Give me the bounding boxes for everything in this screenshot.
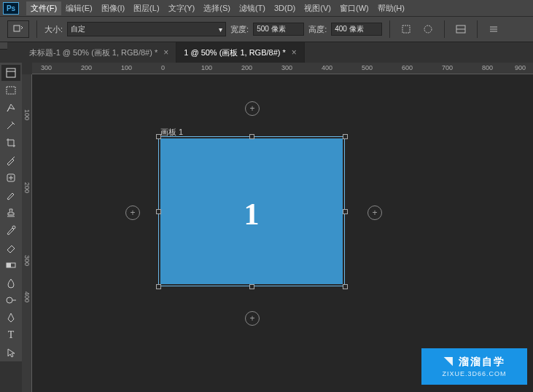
tab-doc-0[interactable]: 未标题-1 @ 50% (画板 1, RGB/8#) * × [22,42,176,63]
canvas[interactable]: 画板 1 1 + + + + [32,74,533,392]
ruler-tick: 400 [23,291,31,302]
width-label: 宽度: [230,24,249,35]
tab-label: 1 @ 50% (画板 1, RGB/8#) * [184,47,286,58]
menu-bar: Ps 文件(F) 编辑(E) 图像(I) 图层(L) 文字(Y) 选择(S) 滤… [0,0,533,16]
lasso-tool[interactable] [1,100,20,116]
handle-e[interactable] [343,209,348,214]
menu-filter[interactable]: 滤镜(T) [235,3,270,14]
menu-layer[interactable]: 图层(L) [129,3,163,14]
dodge-tool[interactable] [1,292,20,308]
ruler-tick: 500 [362,64,373,71]
ruler-tick: 100 [121,64,132,71]
handle-sw[interactable] [156,284,161,289]
ruler-tick: 600 [402,64,413,71]
options-bar: 大小: 自定 ▾ 宽度: 500 像素 高度: 400 像素 [0,16,533,42]
divider [36,20,37,38]
handle-w[interactable] [156,209,161,214]
height-label: 高度: [308,24,327,35]
stamp-tool[interactable] [1,205,20,221]
watermark: ◥ 溜溜自学 ZIXUE.3D66.COM [421,348,527,385]
menu-edit[interactable]: 编辑(E) [61,3,97,14]
add-artboard-top[interactable]: + [245,101,260,116]
ruler-tick: 300 [281,64,292,71]
tools-panel: T [0,63,22,361]
type-tool[interactable]: T [1,327,20,343]
ruler-tick: 200 [23,182,31,193]
svg-rect-1 [402,26,410,33]
crop-tool[interactable] [1,135,20,151]
width-input[interactable]: 500 像素 [253,23,304,36]
menu-image[interactable]: 图像(I) [97,3,129,14]
artboard-tool[interactable] [1,65,20,81]
svg-point-17 [7,297,12,303]
svg-point-14 [12,226,15,229]
menu-3d[interactable]: 3D(D) [270,4,300,12]
menu-help[interactable]: 帮助(H) [373,3,409,14]
healing-brush-tool[interactable] [1,170,20,186]
menu-select[interactable]: 选择(S) [199,3,235,14]
svg-rect-8 [7,68,15,77]
svg-rect-0 [14,26,20,31]
add-artboard-left[interactable]: + [125,205,140,220]
close-icon[interactable]: × [163,47,168,58]
divider [389,20,390,38]
ruler-horizontal[interactable]: 300 200 100 0 100 200 300 400 500 600 70… [32,63,533,74]
artboard-tool-icon [12,24,24,34]
tool-preset-picker[interactable] [7,20,29,38]
ruler-tick: 200 [81,64,92,71]
add-artboard-right[interactable]: + [367,205,382,220]
menu-file[interactable]: 文件(F) [26,1,61,15]
tab-label: 未标题-1 @ 50% (画板 1, RGB/8#) * [29,47,157,58]
ruler-tick: 400 [322,64,332,71]
ruler-tick: 100 [23,109,31,120]
tab-doc-1[interactable]: 1 @ 50% (画板 1, RGB/8#) * × [176,42,305,63]
gradient-tool[interactable] [1,257,20,273]
app-logo: Ps [3,2,19,15]
ruler-tick: 800 [482,64,493,71]
close-icon[interactable]: × [292,47,297,58]
svg-rect-16 [7,263,11,267]
ruler-tick: 300 [23,255,31,266]
eraser-tool[interactable] [1,240,20,256]
size-label: 大小: [44,24,63,35]
history-brush-tool[interactable] [1,222,20,238]
option-btn-2[interactable] [419,20,437,38]
blur-tool[interactable] [1,275,20,291]
panel-drag-handle[interactable] [0,42,7,50]
pen-tool[interactable] [1,310,20,326]
svg-rect-10 [7,87,15,94]
svg-point-2 [424,26,432,33]
brush-tool[interactable] [1,187,20,203]
magic-wand-tool[interactable] [1,117,20,133]
handle-nw[interactable] [156,134,161,139]
ruler-tick: 200 [241,64,252,71]
size-value: 自定 [71,24,85,34]
watermark-title: ◥ 溜溜自学 [443,356,506,369]
path-select-tool[interactable] [1,345,20,361]
handle-ne[interactable] [343,134,348,139]
ruler-tick: 0 [161,64,165,71]
marquee-tool[interactable] [1,82,20,98]
height-input[interactable]: 400 像素 [331,23,382,36]
menu-view[interactable]: 视图(V) [300,3,335,14]
option-btn-4[interactable] [485,20,502,38]
option-btn-1[interactable] [397,20,415,38]
watermark-sub: ZIXUE.3D66.COM [442,370,506,377]
ruler-vertical[interactable]: 100 200 300 400 [22,74,32,392]
handle-se[interactable] [343,284,348,289]
chevron-down-icon: ▾ [219,26,222,34]
ruler-tick: 100 [201,64,212,71]
eyedropper-tool[interactable] [1,152,20,168]
option-btn-3[interactable] [452,20,470,38]
add-artboard-bottom[interactable]: + [245,311,260,326]
handle-n[interactable] [249,134,254,139]
divider [477,20,478,38]
menu-type[interactable]: 文字(Y) [164,3,200,14]
handle-s[interactable] [249,284,254,289]
document-tabs: 未标题-1 @ 50% (画板 1, RGB/8#) * × 1 @ 50% (… [22,42,305,63]
divider [444,20,445,38]
ruler-tick: 700 [442,64,453,71]
ruler-tick: 300 [41,64,52,71]
size-combo[interactable]: 自定 ▾ [67,22,226,36]
menu-window[interactable]: 窗口(W) [335,3,373,14]
